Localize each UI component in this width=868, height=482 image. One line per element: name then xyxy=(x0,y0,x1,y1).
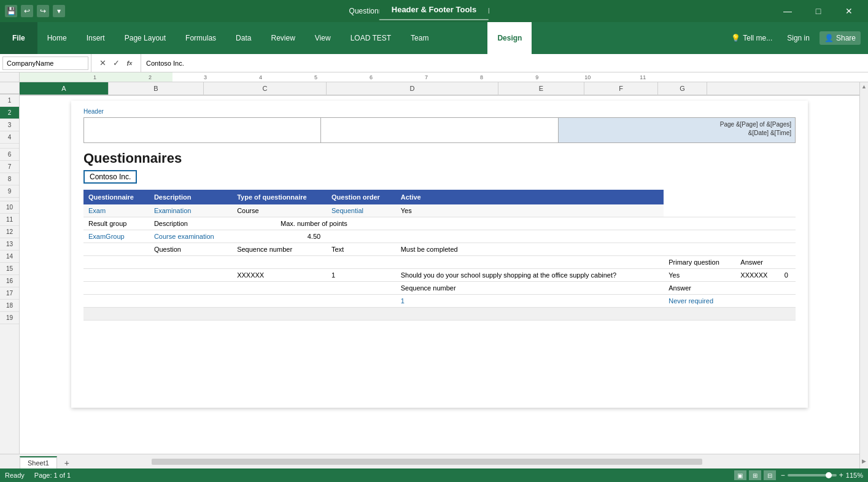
tab-insert[interactable]: Insert xyxy=(77,22,115,54)
row-header-4: 4 xyxy=(0,131,19,144)
table-row-examgroup: ExamGroup Course examination 4.50 xyxy=(83,230,796,243)
window-controls[interactable]: — □ ✕ xyxy=(773,0,863,22)
row-header-18: 17 xyxy=(0,287,19,300)
save-icon[interactable]: 💾 xyxy=(5,5,17,17)
tab-review[interactable]: Review xyxy=(261,22,304,54)
cell-qd-must: Yes xyxy=(664,269,735,282)
ribbon-right: 💡 Tell me... Sign in 👤 Share xyxy=(726,31,868,45)
sign-in-button[interactable]: Sign in xyxy=(782,31,815,45)
row-header-15: 14 xyxy=(0,251,19,263)
column-headers: A B C D E F G xyxy=(20,82,859,96)
cell-ah-empty2 xyxy=(735,282,779,295)
table-row-question-headers2: Primary question Answer xyxy=(83,256,796,269)
page-title: Questionnaires xyxy=(83,150,796,166)
page-info: Page: 1 of 1 xyxy=(34,472,71,479)
cell-qh2-empty2 xyxy=(149,256,232,269)
row-header-corner xyxy=(0,72,20,82)
horizontal-scrollbar[interactable] xyxy=(73,457,859,466)
tab-data[interactable]: Data xyxy=(226,22,261,54)
row-header-8: 8 xyxy=(0,173,19,185)
col-header-a: A xyxy=(20,82,109,95)
sheet-content: Header Page &[Page] of &[Pages] &[Date] … xyxy=(20,101,859,408)
tab-design[interactable]: Design xyxy=(487,22,532,54)
zoom-slider[interactable] xyxy=(788,474,837,476)
col-header-e: E xyxy=(498,82,584,95)
title-bar-icons[interactable]: 💾 ↩ ↪ ▾ xyxy=(5,5,65,17)
table-row-exam: Exam Examination Course Sequential Yes xyxy=(83,204,796,217)
cell-exam-active: Yes xyxy=(396,204,664,217)
row-number-column: 1 2 3 4 6 7 8 9 10 11 12 13 14 15 16 17 … xyxy=(0,82,20,482)
th-description: Description xyxy=(149,190,232,204)
page-layout-view-button[interactable]: ⊞ xyxy=(749,470,761,480)
table-row-question-data: XXXXXX 1 Should you do your school suppl… xyxy=(83,269,796,282)
table-row-result-group: Result group Description Max. number of … xyxy=(83,217,796,230)
page-break-view-button[interactable]: ⊟ xyxy=(764,470,776,480)
cell-exam-desc: Examination xyxy=(149,204,232,217)
redo-icon[interactable]: ↪ xyxy=(37,5,49,17)
undo-icon[interactable]: ↩ xyxy=(21,5,33,17)
cell-ah-answer: Answer xyxy=(664,282,735,295)
row-header-19: 18 xyxy=(0,300,19,312)
vertical-scrollbar[interactable]: ▲ ▼ xyxy=(859,82,868,482)
cell-examgroup-empty xyxy=(396,230,664,243)
row-header-1: 1 xyxy=(0,95,19,107)
cell-exam-order: Sequential xyxy=(327,204,396,217)
title-bar: 💾 ↩ ↪ ▾ Questionnaires report template.x… xyxy=(0,0,868,22)
header-box-left[interactable] xyxy=(84,118,321,142)
share-button[interactable]: 👤 Share xyxy=(820,31,861,45)
tab-page-layout[interactable]: Page Layout xyxy=(115,22,176,54)
sheet-tabs-area: Sheet1 + xyxy=(20,456,73,468)
ribbon: File Home Insert Page Layout Formulas Da… xyxy=(0,22,868,54)
cell-qd-text: Should you do your school supply shoppin… xyxy=(396,269,664,282)
header-section: Header Page &[Page] of &[Pages] &[Date] … xyxy=(71,101,808,146)
header-box-right[interactable]: Page &[Page] of &[Pages] &[Date] &[Time] xyxy=(559,118,795,142)
tab-view[interactable]: View xyxy=(305,22,341,54)
cell-result-group: Result group xyxy=(83,217,149,230)
row-header-3: 3 xyxy=(0,119,19,131)
table-row-answer-data: 1 Never required xyxy=(83,295,796,308)
name-box[interactable] xyxy=(2,56,88,70)
cell-qd-question: XXXXXX xyxy=(232,269,327,282)
cell-ad-empty2 xyxy=(735,295,779,308)
lightbulb-icon: 💡 xyxy=(731,34,740,42)
cell-qh-text: Text xyxy=(327,243,396,256)
row-header-16: 15 xyxy=(0,263,19,275)
tab-formulas[interactable]: Formulas xyxy=(176,22,226,54)
header-box-right-text: Page &[Page] of &[Pages] &[Date] &[Time] xyxy=(559,118,795,140)
sheet-tab-sheet1[interactable]: Sheet1 xyxy=(20,456,57,468)
hscroll-track xyxy=(73,457,859,466)
scroll-up-button[interactable]: ▲ xyxy=(861,84,867,90)
cancel-formula-icon[interactable]: ✕ xyxy=(96,57,109,69)
th-questionnaire: Questionnaire xyxy=(83,190,149,204)
insert-function-icon[interactable]: fx xyxy=(123,57,136,69)
cell-qh-primary: Primary question xyxy=(664,256,735,269)
hscroll-thumb[interactable] xyxy=(152,459,702,465)
view-buttons: ▣ ⊞ ⊟ xyxy=(734,470,776,480)
cell-qh2-empty3 xyxy=(232,256,327,269)
tab-file[interactable]: File xyxy=(0,22,37,54)
cell-result-empty xyxy=(396,217,664,230)
minimize-button[interactable]: — xyxy=(773,0,802,22)
zoom-in-button[interactable]: + xyxy=(839,471,843,480)
page-area: Header Page &[Page] of &[Pages] &[Date] … xyxy=(71,101,808,408)
tab-team[interactable]: Team xyxy=(401,22,438,54)
formula-input[interactable] xyxy=(144,58,866,68)
confirm-formula-icon[interactable]: ✓ xyxy=(110,57,122,69)
add-sheet-button[interactable]: + xyxy=(61,457,73,468)
tab-home[interactable]: Home xyxy=(37,22,77,54)
ruler-area: 1 2 3 4 5 6 7 8 9 10 11 xyxy=(0,72,868,82)
header-box-center[interactable] xyxy=(321,118,558,142)
tell-me-button[interactable]: 💡 Tell me... xyxy=(726,31,777,45)
normal-view-button[interactable]: ▣ xyxy=(734,470,746,480)
row-header-7: 7 xyxy=(0,161,19,173)
tab-load-test[interactable]: LOAD TEST xyxy=(341,22,401,54)
cell-ad-answer: Never required xyxy=(664,295,735,308)
company-cell[interactable]: Contoso Inc. xyxy=(83,170,137,184)
zoom-out-button[interactable]: − xyxy=(781,471,785,480)
close-button[interactable]: ✕ xyxy=(835,0,863,22)
customize-icon[interactable]: ▾ xyxy=(53,5,65,17)
table-row-last xyxy=(83,308,796,321)
maximize-button[interactable]: □ xyxy=(804,0,832,22)
hscroll-right-btn[interactable]: ▶ xyxy=(859,454,868,468)
col-header-c: C xyxy=(204,82,327,95)
